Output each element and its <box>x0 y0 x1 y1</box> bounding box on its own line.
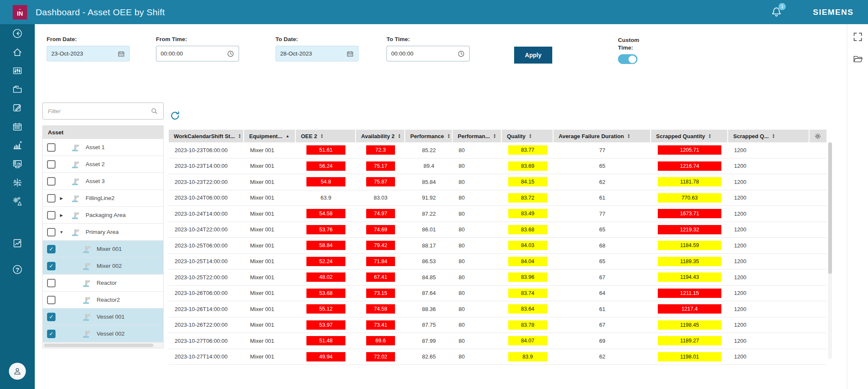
table-row[interactable]: 2023-10-23T14:00:00Mixer 00156.2475.1789… <box>169 158 826 175</box>
clock-icon[interactable] <box>457 50 465 58</box>
sort-icon[interactable]: ▲▼ <box>529 133 531 139</box>
tree-expander-icon[interactable]: ▶ <box>56 213 67 217</box>
custom-time-toggle[interactable] <box>618 54 637 64</box>
sidebar-calendar-button[interactable] <box>8 117 27 136</box>
column-header-availability2[interactable]: Availability 2▲▼ <box>356 130 405 142</box>
table-row[interactable]: 2023-10-26T14:00:00Mixer 00155.1274.5888… <box>169 301 826 317</box>
tree-item-packaging-area[interactable]: ▶ Packaging Area <box>43 206 163 223</box>
clock-icon[interactable] <box>227 50 234 58</box>
column-header-quality[interactable]: Quality▲▼ <box>502 130 554 142</box>
table-row[interactable]: 2023-10-26T06:00:00Mixer 00153.6873.1587… <box>169 286 826 302</box>
tree-expander-icon[interactable]: ▶ <box>56 196 67 200</box>
sort-icon[interactable]: ▲▼ <box>447 133 450 139</box>
tree-checkbox[interactable] <box>47 296 56 304</box>
table-row[interactable]: 2023-10-24T14:00:00Mixer 00154.5874.9787… <box>169 206 826 222</box>
table-row[interactable]: 2023-10-27T14:00:00Mixer 00149.9472.0282… <box>169 349 826 365</box>
sort-icon[interactable]: ▲▼ <box>772 133 775 139</box>
tree-checkbox[interactable] <box>47 194 56 203</box>
tree-checkbox[interactable]: ✓ <box>47 330 56 338</box>
calendar-picker-icon[interactable] <box>117 50 125 58</box>
sort-icon[interactable]: ▲▼ <box>320 133 323 139</box>
table-vertical-scrollbar[interactable] <box>828 142 832 359</box>
tree-scrollbar-thumb[interactable] <box>44 344 153 347</box>
column-header-oee2[interactable]: OEE 2▲▼ <box>296 130 356 142</box>
to-date-input[interactable]: 28-Oct-2023 <box>275 46 359 61</box>
sidebar-projects-button[interactable] <box>8 80 27 99</box>
from-time-input[interactable]: 00:00:00 <box>156 46 239 61</box>
user-avatar[interactable] <box>9 363 26 380</box>
table-row[interactable]: 2023-10-25T22:00:00Mixer 00148.0267.4184… <box>169 270 826 286</box>
tree-expander-icon[interactable]: ▼ <box>56 230 67 234</box>
table-row[interactable]: 2023-10-25T14:00:00Mixer 00152.2471.8486… <box>169 254 826 270</box>
sidebar-filters-button[interactable] <box>8 61 27 80</box>
cell-availability2: 79.42 <box>356 238 405 253</box>
sidebar-analytics-button[interactable] <box>8 136 27 155</box>
sidebar-reports-button[interactable] <box>8 234 27 253</box>
tree-item-mixer-002[interactable]: ✓ Mixer 002 <box>43 257 163 274</box>
sort-asc-icon[interactable]: ▲ <box>286 134 289 138</box>
cell-oee2: 58.84 <box>296 238 356 253</box>
tree-item-vessel-001[interactable]: ✓ Vessel 001 <box>43 308 163 325</box>
sort-icon[interactable]: ▲▼ <box>493 133 496 139</box>
notifications-button[interactable]: 1 <box>771 6 783 19</box>
tree-checkbox[interactable]: ✓ <box>47 313 56 321</box>
refresh-table-button[interactable] <box>169 109 181 122</box>
apply-button[interactable]: Apply <box>514 47 552 64</box>
table-row[interactable]: 2023-10-25T06:00:00Mixer 00158.8479.4288… <box>169 238 826 254</box>
column-header-performance[interactable]: Performance▲▼ <box>405 130 453 142</box>
tree-item-asset-3[interactable]: Asset 3 <box>43 172 163 189</box>
column-header-settings[interactable] <box>810 130 826 142</box>
sidebar-back-button[interactable] <box>8 24 27 43</box>
fullscreen-button[interactable] <box>851 30 865 44</box>
sort-icon[interactable]: ▲▼ <box>709 133 711 139</box>
tree-checkbox[interactable] <box>47 228 56 236</box>
sort-icon[interactable]: ▲▼ <box>627 133 630 139</box>
sidebar-analysis-button[interactable] <box>8 173 27 192</box>
column-header-scrapped_q[interactable]: Scrapped Q...▲▼ <box>728 130 810 142</box>
search-icon[interactable] <box>150 107 158 115</box>
table-row[interactable]: 2023-10-26T22:00:00Mixer 00153.9773.4187… <box>169 317 826 333</box>
tree-checkbox[interactable] <box>47 177 56 186</box>
tree-item-reactor2[interactable]: Reactor2 <box>43 291 163 308</box>
tree-checkbox[interactable]: ✓ <box>47 245 56 253</box>
column-header-shift[interactable]: WorkCalendarShift St...▲▼ <box>169 130 244 142</box>
sliders-icon <box>12 65 23 76</box>
table-row[interactable]: 2023-10-24T22:00:00Mixer 00153.7674.6986… <box>169 222 826 238</box>
insights-hub-logo[interactable]: ▪▪ IN <box>13 5 27 19</box>
tree-item-vessel-002[interactable]: ✓ Vessel 002 <box>43 325 163 342</box>
sort-icon[interactable]: ▲▼ <box>238 133 241 139</box>
tree-checkbox[interactable] <box>47 160 56 169</box>
to-time-input[interactable]: 00:00:00 <box>387 46 470 61</box>
tree-item-asset-2[interactable]: Asset 2 <box>43 156 163 172</box>
tree-item-mixer-001[interactable]: ✓ Mixer 001 <box>43 240 163 257</box>
table-row[interactable]: 2023-10-24T06:00:00Mixer 00163.983.0391.… <box>169 190 826 206</box>
column-header-avg_failure[interactable]: Average Failure Duration▲▼ <box>554 130 651 142</box>
sidebar-monitoring-button[interactable] <box>8 155 27 173</box>
asset-filter-input[interactable]: Filter <box>42 103 164 119</box>
sidebar-help-button[interactable]: ? <box>8 260 27 279</box>
open-folder-button[interactable] <box>851 52 865 66</box>
table-scrollbar-thumb[interactable] <box>828 142 832 274</box>
table-row[interactable]: 2023-10-23T06:00:00Mixer 00151.6172.385.… <box>169 142 826 158</box>
tree-checkbox[interactable] <box>47 211 56 220</box>
column-header-equipment[interactable]: Equipment...▲ <box>244 130 296 142</box>
tree-horizontal-scrollbar[interactable] <box>43 342 163 348</box>
column-header-performan[interactable]: Performan...▲▼ <box>453 130 502 142</box>
table-row[interactable]: 2023-10-27T06:00:00Mixer 00151.4869.687.… <box>169 333 826 349</box>
sidebar-engineering-button[interactable] <box>8 192 27 211</box>
tree-item-reactor[interactable]: Reactor <box>43 274 163 291</box>
column-header-scrapped_qty[interactable]: Scrapped Quantity▲▼ <box>651 130 728 142</box>
sidebar-home-button[interactable] <box>8 43 27 61</box>
tree-item-asset-1[interactable]: Asset 1 <box>43 139 163 156</box>
tree-checkbox[interactable] <box>47 279 56 287</box>
cell-oee2: 52.24 <box>296 254 356 270</box>
tree-checkbox[interactable]: ✓ <box>47 262 56 270</box>
tree-item-fillingline2[interactable]: ▶ FillingLine2 <box>43 189 163 206</box>
table-row[interactable]: 2023-10-23T22:00:00Mixer 00154.875.8785.… <box>169 174 826 190</box>
calendar-picker-icon[interactable] <box>346 50 354 58</box>
tree-checkbox[interactable] <box>47 143 56 152</box>
sort-icon[interactable]: ▲▼ <box>398 133 401 139</box>
tree-item-primary-area[interactable]: ▼ Primary Area <box>43 223 163 240</box>
from-date-input[interactable]: 23-Oct-2023 <box>47 46 130 61</box>
sidebar-notes-button[interactable] <box>8 99 27 117</box>
